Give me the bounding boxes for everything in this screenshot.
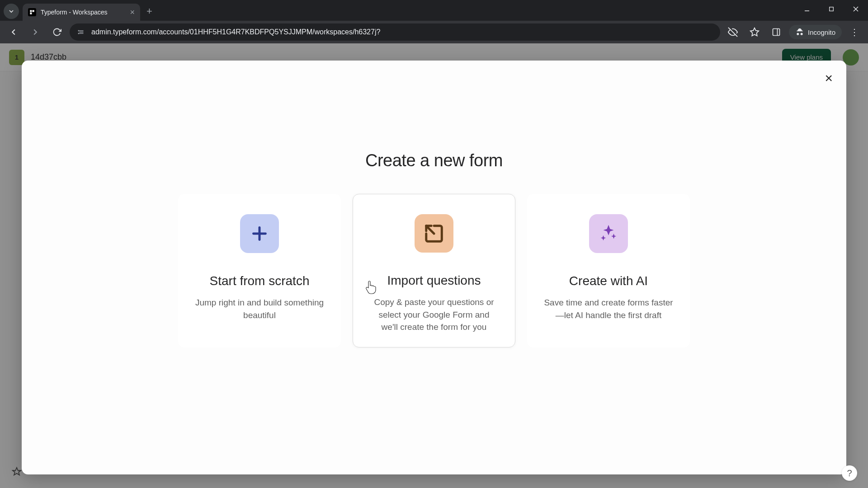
app-viewport: 1 14d37cbb View plans Brand kit × Crea [0, 43, 868, 488]
import-icon [415, 214, 453, 253]
side-panel-icon[interactable] [767, 23, 785, 41]
browser-tab[interactable]: Typeform - Workspaces × [23, 4, 140, 21]
svg-rect-1 [33, 10, 34, 12]
svg-marker-10 [750, 28, 759, 36]
option-title: Create with AI [569, 274, 648, 288]
window-controls [795, 0, 868, 18]
nav-forward-button[interactable] [26, 23, 44, 41]
option-create-with-ai[interactable]: Create with AI Save time and create form… [527, 194, 690, 347]
svg-point-8 [78, 33, 79, 34]
tab-title: Typeform - Workspaces [41, 9, 125, 16]
svg-rect-11 [773, 29, 780, 36]
site-info-icon[interactable] [77, 28, 86, 37]
window-maximize-button[interactable] [819, 0, 844, 18]
option-title: Import questions [387, 273, 481, 288]
tab-search-button[interactable] [4, 4, 19, 19]
option-desc: Copy & paste your questions or select yo… [369, 296, 499, 333]
svg-rect-2 [30, 13, 32, 14]
sparkle-icon [589, 214, 628, 253]
bookmark-star-icon[interactable] [745, 23, 764, 41]
svg-rect-0 [30, 10, 32, 12]
help-button[interactable]: ? [842, 465, 857, 481]
browser-frame: Typeform - Workspaces × + admin.typeform… [0, 0, 868, 488]
option-import-questions[interactable]: Import questions Copy & paste your quest… [353, 194, 515, 347]
option-desc: Jump right in and build something beauti… [195, 296, 324, 321]
option-title: Start from scratch [210, 274, 310, 288]
modal-close-button[interactable]: × [825, 71, 833, 85]
options-row: Start from scratch Jump right in and bui… [178, 194, 690, 347]
url-text: admin.typeform.com/accounts/01HHF5H1G4R7… [91, 28, 713, 36]
address-bar[interactable]: admin.typeform.com/accounts/01HHF5H1G4R7… [70, 23, 720, 41]
tab-close-button[interactable]: × [130, 8, 135, 17]
chevron-down-icon [8, 8, 15, 15]
tab-strip: Typeform - Workspaces × + [0, 0, 868, 21]
incognito-badge[interactable]: Incognito [789, 25, 842, 39]
eye-off-icon[interactable] [724, 23, 742, 41]
option-start-from-scratch[interactable]: Start from scratch Jump right in and bui… [178, 194, 341, 347]
chrome-menu-button[interactable]: ⋮ [845, 23, 863, 41]
svg-point-7 [78, 30, 79, 31]
plus-icon [240, 214, 279, 253]
window-minimize-button[interactable] [795, 0, 819, 18]
svg-line-15 [426, 225, 434, 233]
nav-back-button[interactable] [5, 23, 23, 41]
tab-favicon [28, 8, 36, 16]
incognito-icon [795, 28, 804, 37]
modal-title: Create a new form [365, 151, 503, 170]
new-tab-button[interactable]: + [146, 5, 152, 17]
nav-reload-button[interactable] [48, 23, 66, 41]
window-close-button[interactable] [844, 0, 868, 18]
svg-rect-4 [830, 7, 834, 11]
address-bar-row: admin.typeform.com/accounts/01HHF5H1G4R7… [0, 21, 868, 43]
create-form-modal: × Create a new form Start from scratch J… [22, 61, 846, 474]
incognito-label: Incognito [808, 28, 835, 36]
option-desc: Save time and create forms faster—let AI… [544, 296, 673, 321]
